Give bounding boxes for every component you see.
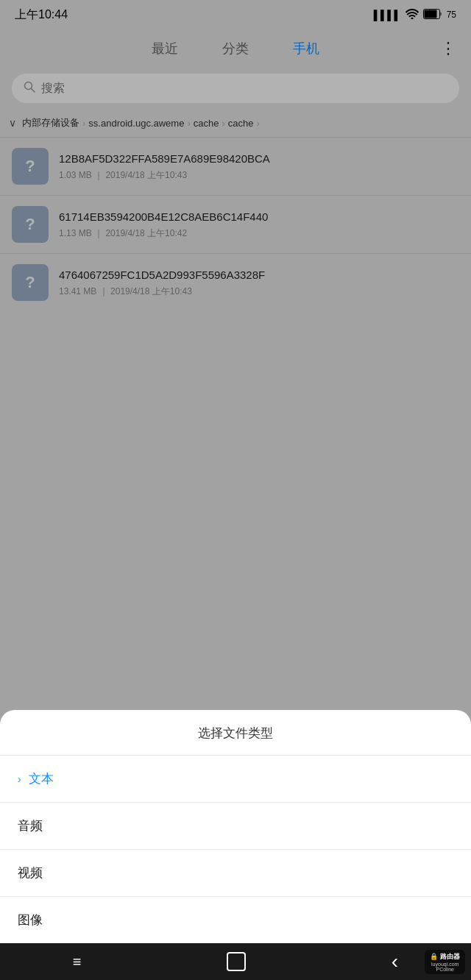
- sheet-item-label-3: 图像: [18, 912, 43, 928]
- chevron-icon-0: ›: [18, 773, 21, 785]
- sheet-item-label-2: 视频: [18, 864, 43, 881]
- watermark: 🔒 路由器 luyouqi.com PColine: [425, 950, 465, 974]
- back-button[interactable]: ‹: [392, 950, 398, 973]
- home-button[interactable]: [227, 952, 246, 971]
- sheet-title: 选择文件类型: [0, 710, 471, 756]
- watermark-sub2: PColine: [436, 967, 454, 972]
- sheet-item-3[interactable]: 图像: [0, 897, 471, 943]
- watermark-sub: luyouqi.com: [431, 962, 458, 967]
- nav-bar: ≡ ‹ 🔒 路由器 luyouqi.com PColine: [0, 943, 471, 980]
- bottom-sheet: 选择文件类型 › 文本 音频 视频 图像: [0, 710, 471, 943]
- menu-button[interactable]: ≡: [73, 954, 82, 970]
- watermark-logo: 🔒 路由器: [430, 952, 460, 962]
- sheet-item-label-1: 音频: [18, 817, 43, 834]
- sheet-item-2[interactable]: 视频: [0, 850, 471, 897]
- sheet-item-1[interactable]: 音频: [0, 803, 471, 850]
- sheet-item-0[interactable]: › 文本: [0, 756, 471, 803]
- sheet-item-label-0: 文本: [29, 770, 54, 787]
